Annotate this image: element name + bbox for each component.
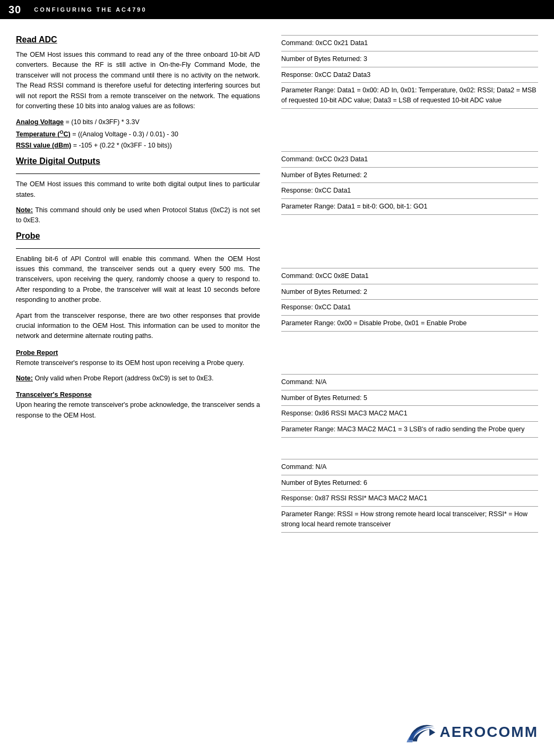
probe-report-note: Note: Only valid when Probe Report (addr… xyxy=(16,373,260,384)
section-probe: Probe Enabling bit-6 of API Control will… xyxy=(16,231,260,421)
info-row-param-transceiver: Parameter Range: RSSI = How strong remot… xyxy=(281,506,538,533)
info-row-param-write: Parameter Range: Data1 = bit-0: GO0, bit… xyxy=(281,198,538,215)
header-bar: 30 CONFIGURING THE AC4790 xyxy=(0,0,554,19)
spacer-4 xyxy=(281,448,538,459)
info-probe-report: Command: N/A Number of Bytes Returned: 5… xyxy=(281,374,538,438)
equation-temperature: Temperature (OC) = ((Analog Voltage - 0.… xyxy=(16,128,260,140)
write-digital-para1: The OEM Host issues this command to writ… xyxy=(16,179,260,200)
heading-write-digital-outputs: Write Digital Outputs xyxy=(16,157,260,166)
read-adc-para1: The OEM Host issues this command to read… xyxy=(16,50,260,111)
transceiver-response-text: Upon hearing the remote transceiver's pr… xyxy=(16,400,260,421)
info-row-command-write: Command: 0xCC 0x23 Data1 xyxy=(281,151,538,167)
info-row-command-read-adc: Command: 0xCC 0x21 Data1 xyxy=(281,35,538,51)
page-title: CONFIGURING THE AC4790 xyxy=(34,6,146,13)
page: 30 CONFIGURING THE AC4790 Read ADC The O… xyxy=(0,0,554,756)
info-probe: Command: 0xCC 0x8E Data1 Number of Bytes… xyxy=(281,268,538,332)
spacer-2b xyxy=(281,236,538,247)
info-row-param-read-adc: Parameter Range: Data1 = 0x00: AD In, 0x… xyxy=(281,82,538,109)
info-row-response-transceiver: Response: 0x87 RSSI RSSI* MAC3 MAC2 MAC1 xyxy=(281,490,538,506)
info-row-response-probe: Response: 0xCC Data1 xyxy=(281,299,538,315)
info-read-adc: Command: 0xCC 0x21 Data1 Number of Bytes… xyxy=(281,35,538,109)
spacer-3c xyxy=(281,363,538,374)
logo-container: AEROCOMM xyxy=(404,719,538,745)
info-row-bytes-transceiver: Number of Bytes Returned: 6 xyxy=(281,475,538,491)
spacer-3b xyxy=(281,353,538,363)
info-row-param-probe: Parameter Range: 0x00 = Disable Probe, 0… xyxy=(281,315,538,332)
heading-read-adc: Read ADC xyxy=(16,35,260,45)
info-row-command-probe-report: Command: N/A xyxy=(281,374,538,390)
left-column: Read ADC The OEM Host issues this comman… xyxy=(16,35,276,543)
spacer-2 xyxy=(281,225,538,236)
info-row-response-write: Response: 0xCC Data1 xyxy=(281,183,538,198)
info-row-command-probe: Command: 0xCC 0x8E Data1 xyxy=(281,268,538,284)
info-transceiver-response: Command: N/A Number of Bytes Returned: 6… xyxy=(281,459,538,533)
equation-rssi: RSSI value (dBm) = -105 + (0.22 * (0x3FF… xyxy=(16,140,260,151)
logo-text: AEROCOMM xyxy=(439,724,538,741)
probe-report-text: Remote transceiver's response to its OEM… xyxy=(16,358,260,368)
svg-marker-0 xyxy=(430,729,436,736)
info-row-param-probe-report: Parameter Range: MAC3 MAC2 MAC1 = 3 LSB'… xyxy=(281,421,538,438)
divider-write xyxy=(16,173,260,174)
main-content: Read ADC The OEM Host issues this comman… xyxy=(0,19,554,554)
info-row-command-transceiver: Command: N/A xyxy=(281,459,538,475)
info-row-response-probe-report: Response: 0x86 RSSI MAC3 MAC2 MAC1 xyxy=(281,405,538,421)
divider-probe xyxy=(16,248,260,249)
sub-heading-transceiver-response: Transceiver's Response xyxy=(16,391,260,398)
sub-heading-probe-report: Probe Report xyxy=(16,349,260,357)
section-write-digital-outputs: Write Digital Outputs The OEM Host issue… xyxy=(16,157,260,226)
info-row-bytes-write: Number of Bytes Returned: 2 xyxy=(281,167,538,183)
footer: AEROCOMM xyxy=(404,719,538,745)
info-row-bytes-probe: Number of Bytes Returned: 2 xyxy=(281,284,538,300)
heading-probe: Probe xyxy=(16,231,260,241)
spacer-1 xyxy=(281,119,538,130)
probe-para2: Apart from the transceiver response, the… xyxy=(16,311,260,342)
write-digital-note: Note: This command should only be used w… xyxy=(16,205,260,226)
spacer-1b xyxy=(281,130,538,141)
spacer-2c xyxy=(281,247,538,257)
equation-analog-voltage: Analog Voltage = (10 bits / 0x3FF) * 3.3… xyxy=(16,117,260,128)
spacer-1c xyxy=(281,141,538,151)
info-row-response-read-adc: Response: 0xCC Data2 Data3 xyxy=(281,67,538,83)
right-column: Command: 0xCC 0x21 Data1 Number of Bytes… xyxy=(276,35,538,543)
probe-para1: Enabling bit-6 of API Control will enabl… xyxy=(16,254,260,306)
page-number: 30 xyxy=(8,4,21,16)
section-read-adc: Read ADC The OEM Host issues this comman… xyxy=(16,35,260,151)
info-write-digital: Command: 0xCC 0x23 Data1 Number of Bytes… xyxy=(281,151,538,215)
info-row-bytes-read-adc: Number of Bytes Returned: 3 xyxy=(281,51,538,67)
spacer-3 xyxy=(281,342,538,353)
equations-block: Analog Voltage = (10 bits / 0x3FF) * 3.3… xyxy=(16,117,260,151)
spacer-2d xyxy=(281,257,538,268)
info-row-bytes-probe-report: Number of Bytes Returned: 5 xyxy=(281,390,538,406)
aerocomm-logo-icon xyxy=(404,719,436,745)
